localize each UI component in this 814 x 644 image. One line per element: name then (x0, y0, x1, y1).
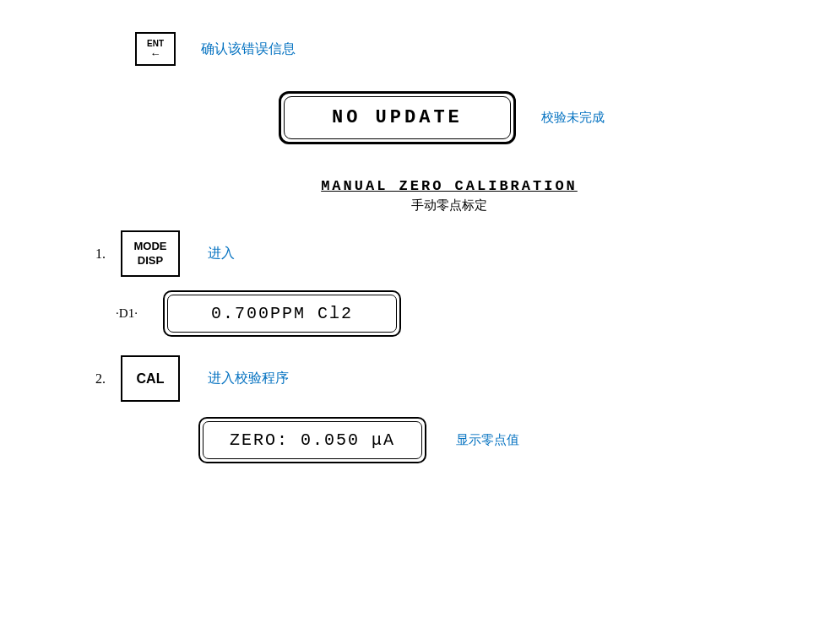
ent-arrow-icon: ← (150, 48, 161, 59)
mode-disp-label: MODE DISP (134, 240, 167, 268)
main-page: ENT ← 确认该错误信息 NO UPDATE 校验未完成 MANUAL ZER… (0, 0, 814, 644)
manual-zero-heading-cn: 手动零点标定 (411, 198, 487, 214)
step2-row: 2. CAL 进入校验程序 (84, 355, 814, 402)
zero-value: ZERO: 0.050 μA (230, 430, 395, 450)
cal-label: CAL (137, 371, 165, 387)
no-update-box: NO UPDATE (279, 91, 516, 144)
mode-disp-key[interactable]: MODE DISP (121, 230, 180, 277)
step2-action-text: 进入校验程序 (208, 370, 289, 387)
step2-number: 2. (84, 371, 106, 387)
step1-number: 1. (84, 246, 106, 262)
zero-reading-box: ZERO: 0.050 μA (198, 417, 426, 463)
d1-reading-row: ·D1· 0.700PPM Cl2 (84, 290, 814, 337)
manual-zero-heading: MANUAL ZERO CALIBRATION (321, 178, 578, 194)
d1-reading-box: 0.700PPM Cl2 (163, 290, 401, 337)
d1-value: 0.700PPM Cl2 (211, 304, 353, 323)
calibration-incomplete-text: 校验未完成 (541, 110, 605, 126)
step1-row: 1. MODE DISP 进入 (84, 230, 814, 277)
ent-row: ENT ← 确认该错误信息 (135, 32, 814, 66)
confirm-text: 确认该错误信息 (201, 41, 296, 58)
no-update-label: NO UPDATE (332, 107, 463, 128)
cal-key[interactable]: CAL (121, 355, 180, 402)
zero-display-text: 显示零点值 (456, 432, 519, 448)
no-update-row: NO UPDATE 校验未完成 (279, 91, 814, 144)
zero-reading-row: ZERO: 0.050 μA 显示零点值 (84, 417, 814, 463)
heading-section: MANUAL ZERO CALIBRATION 手动零点标定 (84, 178, 814, 214)
step1-action-text: 进入 (208, 245, 235, 262)
ent-key[interactable]: ENT ← (135, 32, 176, 66)
d1-label: ·D1· (106, 306, 148, 321)
